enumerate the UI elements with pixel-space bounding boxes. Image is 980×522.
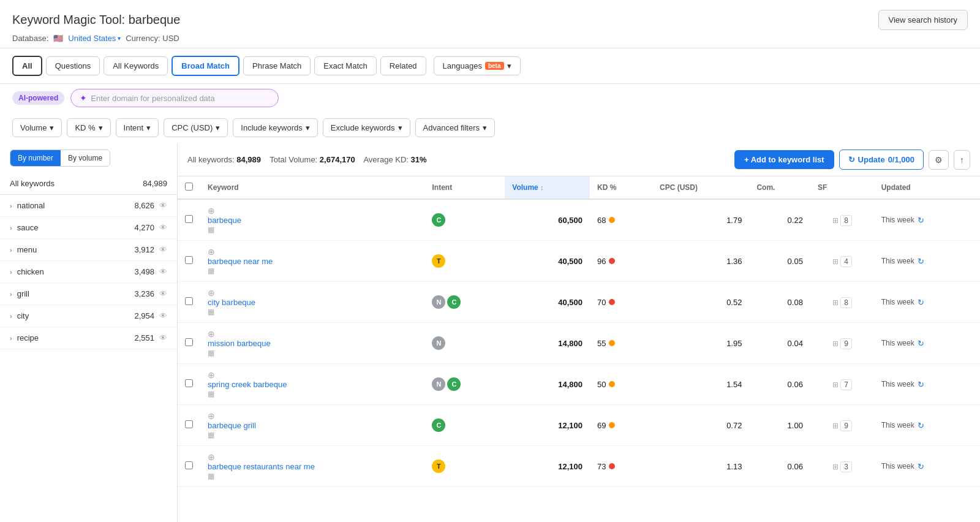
row-checkbox[interactable]	[185, 297, 193, 305]
table-data-icon[interactable]: ▦	[208, 349, 214, 357]
add-to-keyword-list-button[interactable]: + Add to keyword list	[734, 150, 834, 169]
keyword-link[interactable]: city barbeque	[208, 298, 417, 307]
update-button[interactable]: ↻ Update 0/1,000	[839, 149, 924, 170]
advanced-filters-button[interactable]: Advanced filters ▾	[415, 118, 496, 137]
eye-icon[interactable]: 👁	[159, 245, 167, 254]
cpc-cell: 1.13	[652, 446, 749, 487]
tab-broad-match[interactable]: Broad Match	[172, 56, 239, 76]
sidebar-item[interactable]: › national 8,626 👁	[0, 195, 177, 217]
tab-phrase-match[interactable]: Phrase Match	[243, 56, 311, 75]
row-checkbox[interactable]	[185, 461, 193, 469]
languages-button[interactable]: Languages beta ▾	[434, 56, 521, 75]
add-keyword-icon[interactable]: ⊕	[208, 247, 215, 257]
row-checkbox[interactable]	[185, 379, 193, 387]
volume-filter[interactable]: Volume ▾	[12, 118, 62, 137]
sort-by-volume-button[interactable]: By volume	[61, 150, 110, 166]
chevron-down-icon: ▾	[507, 61, 511, 70]
cpc-filter[interactable]: CPC (USD) ▾	[164, 118, 228, 137]
sidebar-item[interactable]: › recipe 2,551 👁	[0, 327, 177, 349]
table-data-icon[interactable]: ▦	[208, 267, 214, 275]
serp-features-icon[interactable]: ⊞	[832, 339, 839, 348]
kd-filter[interactable]: KD % ▾	[67, 118, 110, 137]
intent-group: N	[432, 336, 497, 350]
tab-all[interactable]: All	[12, 56, 42, 76]
search-keyword: barbeque	[129, 13, 181, 26]
sidebar-item-label: menu	[17, 245, 130, 254]
tab-exact-match[interactable]: Exact Match	[314, 56, 377, 75]
refresh-icon[interactable]: ↻	[918, 462, 924, 471]
eye-icon[interactable]: 👁	[159, 267, 167, 276]
include-keywords-filter[interactable]: Include keywords ▾	[233, 118, 317, 137]
eye-icon[interactable]: 👁	[159, 201, 167, 210]
table-data-icon[interactable]: ▦	[208, 308, 214, 316]
select-all-checkbox[interactable]	[185, 183, 193, 191]
eye-icon[interactable]: 👁	[159, 223, 167, 232]
keyword-link[interactable]: barbeque near me	[208, 257, 417, 266]
keyword-link[interactable]: spring creek barbeque	[208, 380, 417, 389]
exclude-keywords-filter[interactable]: Exclude keywords ▾	[323, 118, 410, 137]
sidebar-item[interactable]: › chicken 3,498 👁	[0, 261, 177, 283]
cpc-cell: 1.95	[652, 323, 749, 364]
chevron-right-icon: ›	[10, 312, 12, 320]
avg-kd-value: 31%	[411, 155, 427, 164]
refresh-icon[interactable]: ↻	[918, 421, 924, 430]
table-data-icon[interactable]: ▦	[208, 431, 214, 439]
table-data-icon[interactable]: ▦	[208, 472, 214, 480]
tab-all-keywords[interactable]: All Keywords	[104, 56, 168, 75]
refresh-icon[interactable]: ↻	[918, 216, 924, 225]
add-keyword-icon[interactable]: ⊕	[208, 411, 215, 421]
serp-features-icon[interactable]: ⊞	[832, 216, 839, 225]
eye-icon[interactable]: 👁	[159, 289, 167, 298]
serp-features-icon[interactable]: ⊞	[832, 463, 839, 471]
serp-features-icon[interactable]: ⊞	[832, 298, 839, 307]
export-button[interactable]: ↑	[954, 150, 970, 170]
sidebar-item[interactable]: › menu 3,912 👁	[0, 239, 177, 261]
intent-group: T	[432, 254, 497, 268]
row-checkbox[interactable]	[185, 256, 193, 264]
ai-domain-input[interactable]: ✦ Enter domain for personalized data	[70, 89, 279, 107]
sf-cell: ⊞ 9	[810, 323, 874, 364]
sidebar-item-label: recipe	[17, 333, 130, 342]
add-keyword-icon[interactable]: ⊕	[208, 206, 215, 216]
refresh-icon[interactable]: ↻	[918, 339, 924, 348]
view-history-button[interactable]: View search history	[878, 10, 968, 30]
serp-features-icon[interactable]: ⊞	[832, 380, 839, 389]
refresh-icon[interactable]: ↻	[918, 257, 924, 266]
subtitle-row: Database: 🇺🇸 United States ▾ Currency: U…	[12, 34, 968, 43]
table-data-icon[interactable]: ▦	[208, 225, 214, 234]
intent-badge: N	[432, 295, 445, 309]
keyword-link[interactable]: barbeque restaurants near me	[208, 462, 417, 471]
sf-column-header: SF	[810, 176, 874, 199]
database-link[interactable]: United States ▾	[68, 34, 121, 43]
serp-features-icon[interactable]: ⊞	[832, 422, 839, 430]
refresh-icon[interactable]: ↻	[918, 380, 924, 389]
keyword-link[interactable]: mission barbeque	[208, 339, 417, 348]
tab-related[interactable]: Related	[380, 56, 426, 75]
add-keyword-icon[interactable]: ⊕	[208, 329, 215, 339]
keyword-link[interactable]: barbeque grill	[208, 421, 417, 430]
settings-button[interactable]: ⚙	[929, 150, 949, 170]
sidebar-item[interactable]: › city 2,954 👁	[0, 305, 177, 327]
table-data-icon[interactable]: ▦	[208, 390, 214, 398]
keyword-link[interactable]: barbeque	[208, 216, 417, 225]
sidebar-item[interactable]: › grill 3,236 👁	[0, 283, 177, 305]
eye-icon[interactable]: 👁	[159, 311, 167, 320]
sort-by-number-button[interactable]: By number	[10, 150, 61, 166]
serp-features-icon[interactable]: ⊞	[832, 257, 839, 266]
eye-icon[interactable]: 👁	[159, 333, 167, 342]
intent-filter[interactable]: Intent ▾	[116, 118, 159, 137]
add-keyword-icon[interactable]: ⊕	[208, 452, 215, 462]
refresh-icon[interactable]: ↻	[918, 298, 924, 307]
kd-value: 96	[597, 257, 606, 266]
sf-cell: ⊞ 8	[810, 199, 874, 241]
add-keyword-icon[interactable]: ⊕	[208, 370, 215, 380]
kd-cell: 68	[590, 199, 652, 241]
tab-questions[interactable]: Questions	[46, 56, 100, 75]
sidebar-item[interactable]: › sauce 4,270 👁	[0, 217, 177, 239]
row-checkbox[interactable]	[185, 215, 193, 223]
add-keyword-icon[interactable]: ⊕	[208, 288, 215, 298]
kd-value: 50	[597, 380, 606, 389]
row-checkbox[interactable]	[185, 420, 193, 428]
total-volume-label: Total Volume:	[270, 155, 320, 164]
row-checkbox[interactable]	[185, 338, 193, 346]
